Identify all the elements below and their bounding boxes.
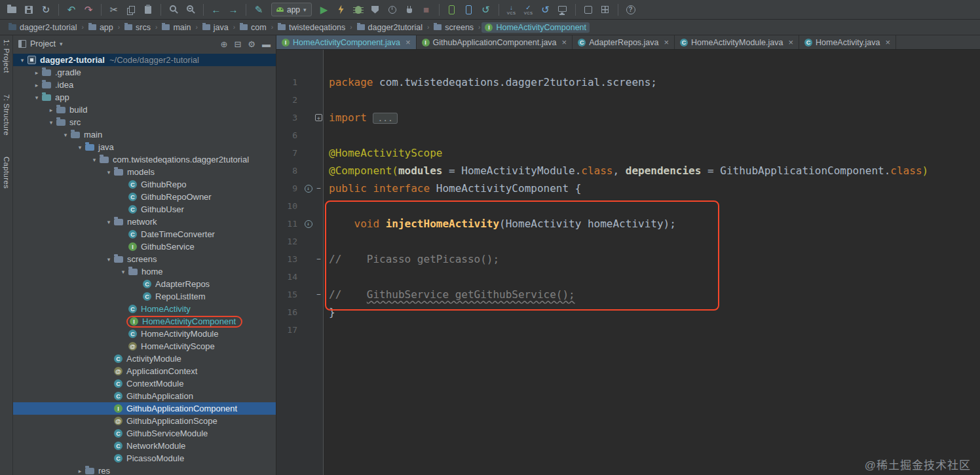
breadcrumb-item-main[interactable]: main (159, 22, 194, 33)
chevron-down-icon[interactable]: ▾ (75, 144, 85, 151)
chevron-right-icon[interactable]: ▸ (46, 107, 56, 113)
chevron-down-icon[interactable]: ▾ (31, 94, 42, 101)
code-line-3[interactable]: 3+import ... (276, 109, 980, 126)
fold-expand-icon[interactable]: + (315, 114, 322, 121)
code-line-7[interactable]: 7@HomeActivityScope (276, 144, 980, 162)
tree-item-adapterrepos[interactable]: CAdapterRepos (13, 278, 276, 290)
fold-collapse-icon[interactable]: − (316, 184, 321, 193)
tree-item-repolistitem[interactable]: CRepoListItem (13, 290, 276, 303)
android-device-monitor-icon[interactable] (444, 3, 460, 17)
sdk-manager-icon[interactable] (580, 3, 596, 17)
chevron-right-icon[interactable]: ▸ (75, 468, 85, 474)
fold-collapse-icon[interactable]: − (316, 290, 321, 299)
chevron-right-icon[interactable]: ▸ (31, 69, 42, 76)
scroll-to-source-icon[interactable]: ⊕ (221, 39, 228, 49)
chevron-down-icon[interactable]: ▾ (60, 41, 63, 47)
debug-icon[interactable] (350, 3, 366, 17)
tree-item-homeactivityscope[interactable]: @HomeActivityScope (13, 340, 276, 352)
code-line-9[interactable]: 9↓−public interface HomeActivityComponen… (276, 180, 980, 197)
code-line-12[interactable]: 12 (276, 233, 980, 250)
implemented-marker-icon[interactable]: ↓ (305, 185, 312, 193)
tree-item-main[interactable]: ▾main (13, 128, 276, 141)
code-line-8[interactable]: 8@Component(modules = HomeActivityModule… (276, 162, 980, 180)
chevron-down-icon[interactable]: ▾ (17, 57, 28, 64)
tree-item-applicationcontext[interactable]: @ApplicationContext (13, 365, 276, 377)
tree-item-home[interactable]: ▾home (13, 265, 276, 278)
tree-item-githubrepoowner[interactable]: CGithubRepoOwner (13, 191, 276, 203)
tree-item-java[interactable]: ▾java (13, 141, 276, 153)
copy-icon[interactable] (123, 3, 139, 17)
tree-item-app[interactable]: ▾app (13, 91, 276, 104)
tree-item-githubapplicationcomponent[interactable]: IGithubApplicationComponent (13, 402, 276, 415)
editor-tab-homeactivity-java[interactable]: CHomeActivity.java× (799, 35, 896, 49)
breadcrumb-item-homeactivitycomponent[interactable]: IHomeActivityComponent (481, 22, 590, 33)
editor-tab-githubapplicationcomponent-java[interactable]: IGithubApplicationComponent.java× (417, 35, 573, 49)
hide-panel-icon[interactable]: ▬ (262, 39, 271, 49)
back-icon[interactable]: ← (208, 3, 224, 17)
tree-item-githubapplication[interactable]: CGithubApplication (13, 390, 276, 402)
collapse-all-icon[interactable]: ⊟ (234, 39, 241, 49)
tree-item-contextmodule[interactable]: CContextModule (13, 377, 276, 390)
tree-item-src[interactable]: ▾src (13, 116, 276, 128)
cut-icon[interactable]: ✂ (106, 3, 122, 17)
tree-item-githubservice[interactable]: IGithubService (13, 240, 276, 253)
tree-item-models[interactable]: ▾models (13, 166, 276, 178)
tree-item-githubservicemodule[interactable]: CGithubServiceModule (13, 427, 276, 440)
tree-item-datetimeconverter[interactable]: CDateTimeConverter (13, 228, 276, 240)
breadcrumb-item-com[interactable]: com (236, 22, 270, 33)
editor-tab-adapterrepos-java[interactable]: CAdapterRepos.java× (573, 35, 675, 49)
editor-tab-homeactivitymodule-java[interactable]: CHomeActivityModule.java× (675, 35, 799, 49)
close-icon[interactable]: × (562, 37, 567, 47)
tool-window-button-7-structure[interactable]: 7: Structure (3, 94, 10, 136)
breadcrumb-item-dagger2tutorial[interactable]: dagger2tutorial (354, 22, 426, 33)
chevron-down-icon[interactable]: ▾ (46, 119, 56, 126)
tree-item-res[interactable]: ▸res (13, 465, 276, 475)
code-line-14[interactable]: 14 (276, 268, 980, 286)
code-line-6[interactable]: 6 (276, 126, 980, 144)
chevron-down-icon[interactable]: ▾ (104, 169, 114, 176)
tree-item-homeactivitycomponent[interactable]: IHomeActivityComponent (13, 315, 276, 328)
implemented-marker-icon[interactable]: ↓ (305, 220, 312, 228)
layout-inspector-icon[interactable] (597, 3, 613, 17)
editor-tab-homeactivitycomponent-java[interactable]: IHomeActivityComponent.java× (276, 35, 417, 49)
tree-item-network[interactable]: ▾network (13, 216, 276, 228)
revert-icon[interactable]: ↺ (538, 3, 554, 17)
replace-icon[interactable] (183, 3, 198, 17)
code-line-1[interactable]: 1package com.twistedeqations.dagger2tuto… (276, 73, 980, 91)
tree-item-githubrepo[interactable]: CGithubRepo (13, 178, 276, 191)
attach-debugger-icon[interactable] (402, 3, 417, 17)
chevron-down-icon[interactable]: ▾ (89, 157, 100, 163)
settings-gear-icon[interactable]: ⚙ (248, 39, 255, 49)
chevron-down-icon[interactable]: ▾ (104, 256, 114, 263)
profile-icon[interactable] (385, 3, 400, 17)
coverage-icon[interactable] (368, 3, 383, 17)
tree-item-homeactivitymodule[interactable]: CHomeActivityModule (13, 328, 276, 340)
close-icon[interactable]: × (405, 37, 411, 47)
breadcrumb-item-screens[interactable]: screens (430, 22, 477, 33)
fold-collapse-icon[interactable]: − (316, 255, 321, 263)
run-icon[interactable]: ▶ (316, 3, 332, 17)
stop-icon[interactable]: ■ (419, 3, 434, 17)
tree-item-dagger2-tutorial[interactable]: ▾dagger2-tutorial~/Code/dagger2-tutorial (13, 54, 276, 66)
edit-pencil-icon[interactable]: ✎ (251, 3, 267, 17)
chevron-down-icon[interactable]: ▾ (104, 219, 114, 225)
close-icon[interactable]: × (664, 37, 669, 47)
run-config-select[interactable]: app▾ (271, 3, 312, 16)
tree-item-idea[interactable]: ▸.idea (13, 79, 276, 91)
chevron-down-icon[interactable]: ▾ (60, 132, 71, 138)
help-icon[interactable]: ? (623, 3, 639, 17)
forward-icon[interactable]: → (225, 3, 241, 17)
close-icon[interactable]: × (885, 37, 890, 47)
tree-item-gradle[interactable]: ▸.gradle (13, 66, 276, 79)
tool-window-button-captures[interactable]: Captures (3, 157, 10, 189)
tree-item-build[interactable]: ▸build (13, 104, 276, 116)
open-project-icon[interactable] (4, 3, 20, 17)
redo-icon[interactable]: ↷ (81, 3, 96, 17)
tree-item-networkmodule[interactable]: CNetworkModule (13, 440, 276, 452)
code-line-2[interactable]: 2 (276, 91, 980, 109)
code-line-15[interactable]: 15−// GithubService getGithubService(); (276, 286, 980, 303)
code-line-17[interactable]: 17 (276, 321, 980, 339)
code-line-10[interactable]: 10 (276, 197, 980, 215)
save-all-icon[interactable] (21, 3, 37, 17)
breadcrumb-item-srcs[interactable]: srcs (121, 22, 154, 33)
